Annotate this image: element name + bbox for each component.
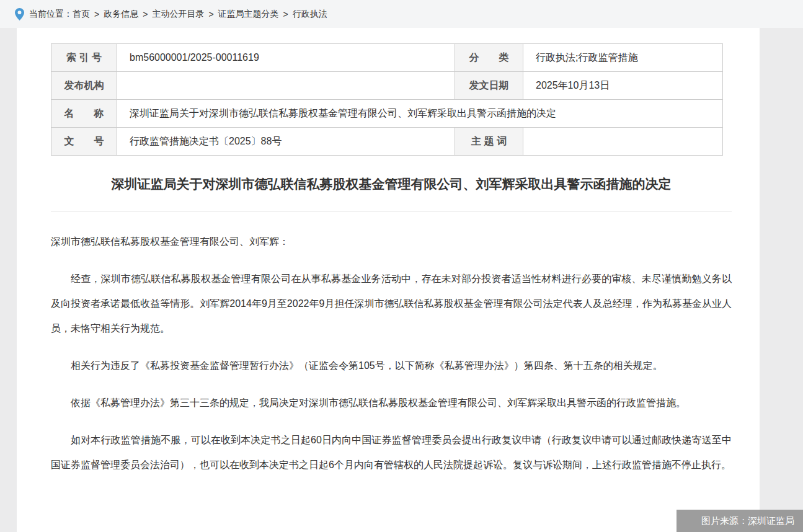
title-divider xyxy=(51,211,732,211)
breadcrumb-separator: > xyxy=(94,9,99,19)
body-paragraph: 依据《私募管理办法》第三十三条的规定，我局决定对深圳市德弘联信私募股权基金管理有… xyxy=(51,391,732,415)
table-row: 名 称 深圳证监局关于对深圳市德弘联信私募股权基金管理有限公司、刘军辉采取出具警… xyxy=(51,100,723,128)
category-value: 行政执法;行政监管措施 xyxy=(523,44,723,72)
breadcrumb-item-home[interactable]: 首页 xyxy=(73,9,90,20)
index-number-value: bm56000001/2025-00011619 xyxy=(117,44,455,72)
salutation-line: 深圳市德弘联信私募股权基金管理有限公司、刘军辉： xyxy=(51,229,732,254)
issue-date-value: 2025年10月13日 xyxy=(523,72,723,100)
table-row: 索 引 号 bm56000001/2025-00011619 分 类 行政执法;… xyxy=(51,44,723,72)
issue-date-label: 发文日期 xyxy=(455,72,523,100)
breadcrumb-label: 当前位置： xyxy=(29,9,73,20)
breadcrumb-separator: > xyxy=(208,9,213,19)
issuing-agency-value xyxy=(117,72,455,100)
document-body: 深圳市德弘联信私募股权基金管理有限公司、刘军辉： 经查，深圳市德弘联信私募股权基… xyxy=(51,229,732,477)
breadcrumb-bar: 当前位置： 首页 > 政务信息 > 主动公开目录 > 证监局主题分类 > 行政执… xyxy=(0,0,803,28)
breadcrumb-item-csrc-topics[interactable]: 证监局主题分类 xyxy=(218,9,279,20)
subject-terms-value xyxy=(523,128,723,156)
breadcrumb-item-enforcement[interactable]: 行政执法 xyxy=(293,9,327,20)
index-number-label: 索 引 号 xyxy=(51,44,117,72)
document-number-label: 文 号 xyxy=(51,128,117,156)
location-pin-icon xyxy=(15,8,24,20)
document-meta-table: 索 引 号 bm56000001/2025-00011619 分 类 行政执法;… xyxy=(51,43,723,156)
body-paragraph: 相关行为违反了《私募投资基金监督管理暂行办法》（证监会令第105号，以下简称《私… xyxy=(51,353,732,378)
body-paragraph: 如对本行政监管措施不服，可以在收到本决定书之日起60日内向中国证券监督管理委员会… xyxy=(51,428,732,477)
document-name-value: 深圳证监局关于对深圳市德弘联信私募股权基金管理有限公司、刘军辉采取出具警示函措施… xyxy=(117,100,723,128)
page-title: 深圳证监局关于对深圳市德弘联信私募股权基金管理有限公司、刘军辉采取出具警示函措施… xyxy=(51,175,732,193)
document-number-value: 行政监管措施决定书〔2025〕88号 xyxy=(117,128,455,156)
breadcrumb-separator: > xyxy=(143,9,148,19)
category-label: 分 类 xyxy=(455,44,523,72)
issuing-agency-label: 发布机构 xyxy=(51,72,117,100)
subject-terms-label: 主 题 词 xyxy=(455,128,523,156)
body-paragraph: 经查，深圳市德弘联信私募股权基金管理有限公司在从事私募基金业务活动中，存在未对部… xyxy=(51,267,732,341)
document-name-label: 名 称 xyxy=(51,100,117,128)
table-row: 发布机构 发文日期 2025年10月13日 xyxy=(51,72,723,100)
breadcrumb-item-gov-info[interactable]: 政务信息 xyxy=(104,9,138,20)
content-panel: 索 引 号 bm56000001/2025-00011619 分 类 行政执法;… xyxy=(17,28,760,532)
breadcrumb-item-disclosure-catalog[interactable]: 主动公开目录 xyxy=(152,9,204,20)
table-row: 文 号 行政监管措施决定书〔2025〕88号 主 题 词 xyxy=(51,128,723,156)
image-source-watermark: 图片来源：深圳证监局 xyxy=(677,510,803,532)
breadcrumb-separator: > xyxy=(283,9,288,19)
